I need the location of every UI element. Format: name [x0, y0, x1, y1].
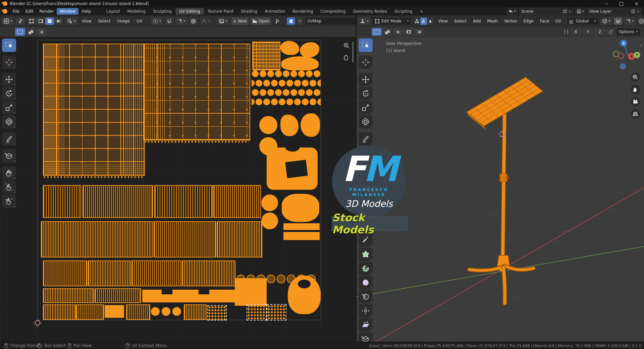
vp-menu-add[interactable]: Add [471, 18, 483, 24]
vp-transform-tool[interactable] [359, 115, 373, 128]
vertex-select-mode[interactable] [414, 17, 420, 25]
vp-snap-target-button[interactable] [624, 17, 636, 25]
vp-shear-tool[interactable] [359, 318, 373, 332]
uv-pan-button[interactable] [341, 53, 351, 62]
vp-poly-build-tool[interactable] [359, 248, 373, 261]
vp-edge-slide-tool[interactable] [359, 290, 373, 303]
vp-knife-tool[interactable] [359, 234, 373, 247]
tab-modeling[interactable]: Modeling [124, 8, 150, 15]
uv-annotate-tool[interactable] [2, 132, 16, 146]
viewport-zoom-button[interactable] [631, 72, 640, 82]
maximize-button[interactable] [614, 0, 629, 7]
uv-scale-tool[interactable] [2, 101, 16, 114]
uv-pivot-button[interactable] [151, 17, 163, 25]
mirror-z-button[interactable]: Z [595, 28, 605, 36]
uv-snap-target-button[interactable] [175, 17, 187, 25]
uv-menu-view[interactable]: View [79, 18, 94, 24]
browse-scene-button[interactable] [507, 8, 518, 15]
vp-select-box-tool[interactable] [359, 39, 373, 52]
uv-menu-select[interactable]: Select [96, 18, 113, 24]
sidebar-collapse-arrow[interactable]: ‹ [640, 42, 642, 48]
uv-transform-tool[interactable] [2, 115, 16, 128]
menu-render[interactable]: Render [36, 8, 57, 15]
mirror-y-button[interactable]: Y [583, 28, 593, 36]
vp-menu-mesh[interactable]: Mesh [485, 18, 500, 24]
uv-scrollbar[interactable] [352, 42, 354, 62]
blender-menu-icon[interactable] [3, 9, 7, 14]
uv-zoom-button[interactable] [342, 41, 351, 50]
vp-select-new-button[interactable] [372, 28, 382, 36]
vp-shrink-fatten-tool[interactable] [359, 304, 373, 317]
uv-rip-region-tool[interactable] [2, 149, 16, 163]
face-select-mode[interactable] [427, 17, 434, 25]
vp-spin-tool[interactable] [359, 262, 373, 275]
uv-move-tool[interactable] [2, 73, 16, 86]
vp-rip-region-tool[interactable] [359, 332, 373, 342]
uv-edge-select-mode[interactable] [36, 17, 45, 25]
uv-grab-tool[interactable] [2, 166, 16, 180]
uv-rotate-tool[interactable] [2, 87, 16, 100]
vp-select-subtract-button[interactable] [393, 28, 403, 36]
uv-pinch-tool[interactable] [2, 194, 16, 208]
vp-menu-edge[interactable]: Edge [521, 18, 536, 24]
vp-proportional-editing-toggle[interactable] [637, 17, 644, 25]
uv-menu-uv[interactable]: UV [134, 18, 145, 24]
add-workspace-button[interactable]: + [416, 8, 427, 15]
tab-geometry-nodes[interactable]: Geometry Nodes [350, 8, 391, 15]
pin-image-button[interactable] [273, 17, 281, 25]
viewport-camera-button[interactable] [631, 97, 640, 106]
uv-menu-image[interactable]: Image [115, 18, 132, 24]
vp-snap-toggle[interactable] [614, 17, 622, 25]
scene-name-field[interactable]: Scene × [519, 8, 574, 15]
gizmo-neg-x-ball[interactable] [618, 53, 624, 59]
vp-menu-select[interactable]: Select [452, 18, 469, 24]
vp-select-difference-button[interactable] [404, 28, 414, 36]
vp-menu-face[interactable]: Face [538, 18, 551, 24]
browse-image-button[interactable] [217, 17, 229, 25]
vp-select-extend-button[interactable] [382, 28, 392, 36]
tab-uv-editing[interactable]: UV Editing [175, 8, 204, 15]
vp-move-tool[interactable] [359, 73, 373, 86]
uv-map-data-button[interactable] [287, 17, 295, 25]
unlink-scene-icon[interactable]: × [568, 10, 572, 13]
uv-canvas[interactable] [0, 37, 356, 342]
viewport-perspective-toggle[interactable] [631, 109, 640, 119]
transform-orientation-dropdown[interactable]: Global [567, 17, 599, 25]
tab-animation[interactable]: Animation [261, 8, 289, 15]
options-dropdown[interactable]: Options [616, 28, 641, 36]
vp-annotate-tool[interactable] [359, 132, 373, 146]
uv-sync-selection-toggle[interactable] [16, 17, 25, 25]
menu-edit[interactable]: Edit [22, 8, 36, 15]
snap-individual-button[interactable] [607, 28, 615, 36]
tab-scripting[interactable]: Scripting [391, 8, 416, 15]
tab-rendering[interactable]: Rendering [289, 8, 317, 15]
edge-select-mode[interactable] [420, 17, 427, 25]
vp-select-intersect-button[interactable] [415, 28, 425, 36]
uv-select-new-button[interactable] [15, 28, 25, 36]
mode-dropdown[interactable]: Edit Mode [372, 17, 412, 25]
vp-smooth-tool[interactable] [359, 276, 373, 289]
vp-scale-tool[interactable] [359, 101, 373, 114]
vp-menu-vertex[interactable]: Vertex [502, 18, 520, 24]
tab-layout[interactable]: Layout [103, 8, 124, 15]
viewport-editor-type-button[interactable] [358, 17, 370, 25]
browse-view-layer-button[interactable] [575, 8, 586, 15]
uv-island-select-mode[interactable] [54, 17, 63, 25]
menu-help[interactable]: Help [78, 8, 94, 15]
uv-select-extend-button[interactable] [26, 28, 36, 36]
uv-relax-tool[interactable] [2, 180, 16, 194]
tab-sculpting[interactable]: Sculpting [149, 8, 175, 15]
vp-cursor-tool[interactable] [359, 56, 373, 69]
close-button[interactable]: × [629, 0, 644, 7]
tab-compositing[interactable]: Compositing [317, 8, 349, 15]
new-scene-icon[interactable] [564, 10, 567, 13]
view-layer-field[interactable]: View Layer × [587, 8, 642, 15]
viewport-pan-button[interactable] [631, 85, 640, 94]
gizmo-neg-z-ball[interactable] [620, 63, 626, 70]
new-image-button[interactable]: + New [231, 17, 249, 25]
uv-editor-type-button[interactable] [2, 17, 14, 25]
uv-select-subtract-button[interactable] [37, 28, 47, 36]
tab-shading[interactable]: Shading [237, 8, 261, 15]
vp-rotate-tool[interactable] [359, 87, 373, 100]
uv-map-name-field[interactable]: UVMap [305, 17, 357, 25]
